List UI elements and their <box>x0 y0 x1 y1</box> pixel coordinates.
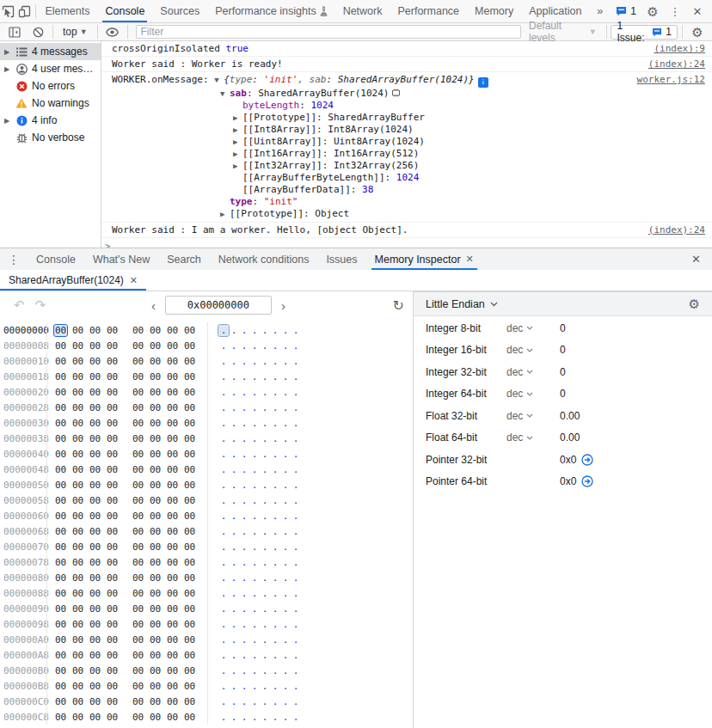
ascii-char[interactable]: . <box>218 356 229 367</box>
ascii-char[interactable]: . <box>229 356 239 367</box>
ascii-char[interactable]: . <box>249 511 260 522</box>
ascii-char[interactable]: . <box>229 511 239 522</box>
ascii-char[interactable]: . <box>280 712 291 723</box>
hex-byte[interactable]: 00 <box>132 356 144 367</box>
expand-arrow-icon[interactable]: ▼ <box>214 75 224 86</box>
hex-byte[interactable]: 00 <box>106 340 119 352</box>
ascii-char[interactable]: . <box>218 588 229 599</box>
hex-byte[interactable]: 00 <box>71 696 84 707</box>
jump-to-address-icon[interactable] <box>581 475 593 487</box>
issues-button[interactable]: 1 Issue: 1 <box>611 25 678 40</box>
ascii-char[interactable]: . <box>239 557 249 568</box>
hex-byte[interactable]: 00 <box>54 418 67 429</box>
jump-to-address-icon[interactable] <box>581 454 593 466</box>
hex-byte[interactable]: 00 <box>132 665 144 676</box>
format-selector[interactable]: dec <box>506 322 560 334</box>
ascii-char[interactable]: . <box>229 634 239 645</box>
ascii-char[interactable]: . <box>249 433 260 444</box>
hex-byte[interactable]: 00 <box>71 325 84 336</box>
ascii-char[interactable]: . <box>270 480 280 491</box>
ascii-char[interactable]: . <box>291 712 301 723</box>
ascii-char[interactable]: . <box>291 557 301 568</box>
hex-byte[interactable]: 00 <box>132 464 144 475</box>
ascii-char[interactable]: . <box>270 495 280 506</box>
next-page-icon[interactable]: › <box>279 298 288 313</box>
drawer-tab-search[interactable]: Search <box>158 248 210 270</box>
hex-byte[interactable]: 00 <box>166 371 179 382</box>
hex-byte[interactable]: 00 <box>166 433 179 444</box>
hex-byte[interactable]: 00 <box>106 712 119 723</box>
hex-byte[interactable]: 00 <box>132 371 144 382</box>
hex-byte[interactable]: 00 <box>89 588 101 599</box>
hex-byte[interactable]: 00 <box>183 650 196 661</box>
ascii-char[interactable]: . <box>270 340 280 352</box>
ascii-char[interactable]: . <box>249 526 260 537</box>
ascii-char[interactable]: . <box>260 340 270 352</box>
ascii-char[interactable]: . <box>280 418 291 429</box>
ascii-char[interactable]: . <box>239 681 249 692</box>
hex-byte[interactable]: 00 <box>71 449 84 460</box>
ascii-char[interactable]: . <box>229 665 239 676</box>
ascii-char[interactable]: . <box>270 572 280 584</box>
ascii-char[interactable]: . <box>218 557 229 568</box>
ascii-char[interactable]: . <box>239 480 249 491</box>
hex-byte[interactable]: 00 <box>54 712 67 723</box>
tab-network[interactable]: Network <box>335 0 390 22</box>
expand-arrow-icon[interactable]: ▶ <box>233 124 242 136</box>
hex-byte[interactable]: 00 <box>183 511 196 522</box>
hex-byte[interactable]: 00 <box>106 572 119 584</box>
tab-performance-insights[interactable]: Performance insights <box>207 0 335 22</box>
ascii-char[interactable]: . <box>270 387 280 398</box>
hex-byte[interactable]: 00 <box>54 650 67 661</box>
ascii-char[interactable]: . <box>270 418 280 429</box>
close-drawer-icon[interactable]: ✕ <box>680 248 712 270</box>
hex-byte[interactable]: 00 <box>89 650 101 661</box>
hex-byte[interactable]: 00 <box>183 588 196 599</box>
hex-byte[interactable]: 00 <box>183 433 196 444</box>
hex-byte[interactable]: 00 <box>166 696 179 707</box>
ascii-char[interactable]: . <box>229 433 239 444</box>
hex-byte[interactable]: 00 <box>183 665 196 676</box>
hex-byte[interactable]: 00 <box>166 449 179 460</box>
ascii-char[interactable]: . <box>239 402 249 413</box>
hex-byte[interactable]: 00 <box>149 603 162 615</box>
drawer-tab-what-s-new[interactable]: What's New <box>84 248 158 270</box>
ascii-char[interactable]: . <box>270 371 280 382</box>
hex-byte[interactable]: 00 <box>89 387 101 398</box>
hex-byte[interactable]: 00 <box>166 665 179 676</box>
ascii-char[interactable]: . <box>218 480 229 491</box>
hex-byte[interactable]: 00 <box>106 619 119 630</box>
history-forward-icon[interactable]: ↷ <box>30 297 52 313</box>
hex-byte[interactable]: 00 <box>54 387 67 398</box>
hex-byte[interactable]: 00 <box>71 572 84 584</box>
hex-byte[interactable]: 00 <box>89 696 101 707</box>
ascii-char[interactable]: . <box>291 572 301 584</box>
hex-byte[interactable]: 00 <box>132 603 144 615</box>
ascii-char[interactable]: . <box>270 433 280 444</box>
ascii-char[interactable]: . <box>218 402 229 413</box>
ascii-char[interactable]: . <box>218 526 229 537</box>
hex-byte[interactable]: 00 <box>132 526 144 537</box>
hex-byte[interactable]: 00 <box>89 464 101 475</box>
hex-byte[interactable]: 00 <box>132 681 144 692</box>
hex-byte[interactable]: 00 <box>183 696 196 707</box>
ascii-char[interactable]: . <box>218 511 229 522</box>
hex-byte[interactable]: 00 <box>89 325 101 336</box>
hex-byte[interactable]: 00 <box>149 572 162 584</box>
ascii-char[interactable]: . <box>270 356 280 367</box>
ascii-char[interactable]: . <box>249 712 260 723</box>
close-devtools-icon[interactable]: ✕ <box>686 6 709 17</box>
hex-byte[interactable]: 00 <box>149 387 162 398</box>
hex-byte[interactable]: 00 <box>132 634 144 645</box>
hex-byte[interactable]: 00 <box>89 449 101 460</box>
hex-byte[interactable]: 00 <box>149 665 162 676</box>
ascii-char[interactable]: . <box>239 340 249 352</box>
hex-byte[interactable]: 00 <box>71 619 84 630</box>
hex-byte[interactable]: 00 <box>183 402 196 413</box>
sidebar-item-no-verbose[interactable]: No verbose <box>0 129 101 146</box>
hex-byte[interactable]: 00 <box>183 449 196 460</box>
hex-byte[interactable]: 00 <box>71 588 84 599</box>
hex-byte[interactable]: 00 <box>166 356 179 367</box>
ascii-char[interactable]: . <box>270 712 280 723</box>
hex-byte[interactable]: 00 <box>71 340 84 352</box>
